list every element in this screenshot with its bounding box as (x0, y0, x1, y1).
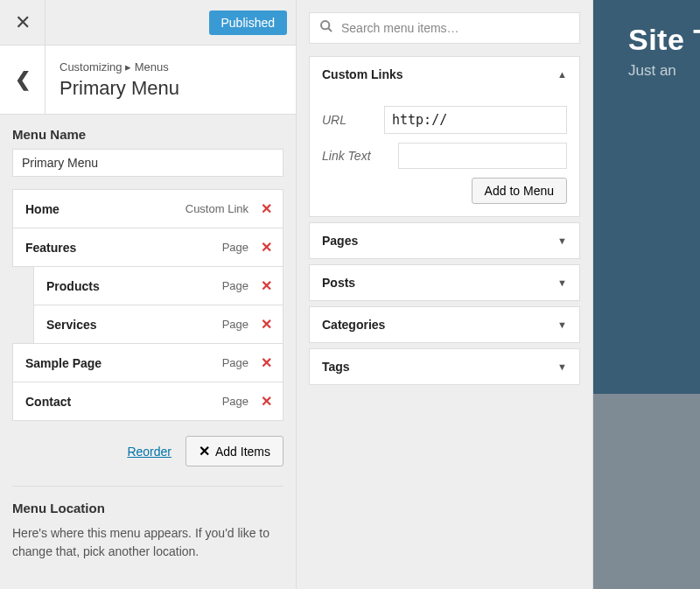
chevron-left-icon: ❮ (15, 68, 31, 91)
add-to-menu-row: Add to Menu (322, 178, 567, 204)
url-row: URL (322, 106, 567, 134)
menu-item-type: Page (222, 241, 248, 254)
add-to-menu-button[interactable]: Add to Menu (472, 178, 567, 204)
accordion-pages: Pages ▼ (309, 222, 580, 259)
site-preview: Site T Just an (593, 0, 700, 589)
accordion-label: Tags (322, 360, 350, 374)
remove-icon[interactable]: ✕ (261, 393, 272, 410)
chevron-down-icon: ▼ (557, 361, 567, 372)
chevron-down-icon: ▼ (557, 235, 567, 246)
link-text-label: Link Text (322, 149, 398, 163)
customizer-panel: ✕ Published ❮ Customizing ▸ Menus Primar… (0, 0, 297, 589)
accordion-custom-links: Custom Links ▲ URL Link Text Add to Menu (309, 56, 580, 217)
accordion-header[interactable]: Pages ▼ (310, 223, 579, 258)
menu-name-label: Menu Name (12, 127, 284, 142)
accordion-tags: Tags ▼ (309, 348, 580, 385)
search-icon (319, 19, 333, 37)
menu-item-title: Products (46, 279, 222, 293)
actions-row: Reorder ✕ Add Items (12, 436, 284, 466)
menu-item-type: Page (222, 395, 248, 408)
search-input[interactable] (309, 12, 580, 44)
remove-icon[interactable]: ✕ (261, 200, 272, 217)
menu-item-title: Services (46, 318, 222, 332)
menu-item-title: Features (25, 241, 222, 255)
svg-point-0 (321, 21, 329, 29)
menu-item[interactable]: Sample Page Page ✕ (12, 343, 284, 382)
accordion-body: URL Link Text Add to Menu (310, 92, 579, 216)
menu-item[interactable]: Products Page ✕ (33, 266, 284, 305)
preview-content-area (593, 394, 700, 589)
remove-icon[interactable]: ✕ (261, 239, 272, 256)
menu-item[interactable]: Home Custom Link ✕ (12, 189, 284, 228)
add-items-button[interactable]: ✕ Add Items (186, 436, 284, 466)
accordion-categories: Categories ▼ (309, 306, 580, 343)
menu-items-list: Home Custom Link ✕ Features Page ✕ Produ… (12, 189, 284, 421)
page-title: Primary Menu (60, 77, 179, 100)
back-button[interactable]: ❮ (0, 46, 46, 114)
breadcrumb: Customizing ▸ Menus (60, 60, 179, 74)
accordion-label: Posts (322, 276, 355, 290)
close-icon: ✕ (199, 443, 210, 459)
url-input[interactable] (384, 106, 567, 134)
accordion-label: Pages (322, 234, 358, 248)
search-wrap (309, 12, 580, 44)
menu-item-type: Custom Link (186, 202, 248, 215)
add-items-label: Add Items (215, 445, 270, 459)
menu-item[interactable]: Contact Page ✕ (12, 382, 284, 421)
top-bar: ✕ Published (0, 0, 296, 46)
menu-location-help: Here's where this menu appears. If you'd… (12, 524, 284, 561)
link-text-input[interactable] (398, 143, 567, 169)
menu-item-title: Contact (25, 395, 222, 409)
menu-item-type: Page (222, 279, 248, 292)
reorder-link[interactable]: Reorder (127, 445, 172, 459)
remove-icon[interactable]: ✕ (261, 277, 272, 294)
close-icon: ✕ (15, 11, 31, 34)
menu-item[interactable]: Services Page ✕ (33, 305, 284, 344)
accordion-posts: Posts ▼ (309, 264, 580, 301)
menu-name-input[interactable] (12, 149, 284, 177)
chevron-up-icon: ▲ (557, 69, 567, 80)
section-header: ❮ Customizing ▸ Menus Primary Menu (0, 46, 296, 115)
site-tagline: Just an (628, 62, 700, 80)
publish-status-button[interactable]: Published (209, 11, 288, 35)
remove-icon[interactable]: ✕ (261, 354, 272, 371)
section-header-titles: Customizing ▸ Menus Primary Menu (46, 50, 193, 110)
url-label: URL (322, 113, 384, 127)
link-text-row: Link Text (322, 143, 567, 169)
site-title: Site T (628, 23, 700, 57)
accordion-label: Custom Links (322, 67, 403, 81)
accordion-header[interactable]: Categories ▼ (310, 307, 579, 342)
accordion-header[interactable]: Posts ▼ (310, 265, 579, 300)
accordion-label: Categories (322, 318, 385, 332)
menu-item-title: Sample Page (25, 356, 222, 370)
add-items-panel: Custom Links ▲ URL Link Text Add to Menu… (297, 0, 593, 589)
accordion-header[interactable]: Custom Links ▲ (310, 57, 579, 92)
remove-icon[interactable]: ✕ (261, 316, 272, 333)
chevron-down-icon: ▼ (557, 277, 567, 288)
chevron-down-icon: ▼ (557, 319, 567, 330)
menu-item[interactable]: Features Page ✕ (12, 228, 284, 267)
menu-item-type: Page (222, 356, 248, 369)
menu-item-type: Page (222, 318, 248, 331)
divider (12, 486, 284, 487)
menu-location-heading: Menu Location (12, 501, 284, 515)
svg-line-1 (328, 28, 332, 32)
preview-header: Site T Just an (628, 23, 700, 80)
panel-body: Menu Name Home Custom Link ✕ Features Pa… (0, 115, 296, 573)
menu-item-title: Home (25, 202, 186, 216)
close-button[interactable]: ✕ (0, 0, 46, 46)
accordion-header[interactable]: Tags ▼ (310, 349, 579, 384)
